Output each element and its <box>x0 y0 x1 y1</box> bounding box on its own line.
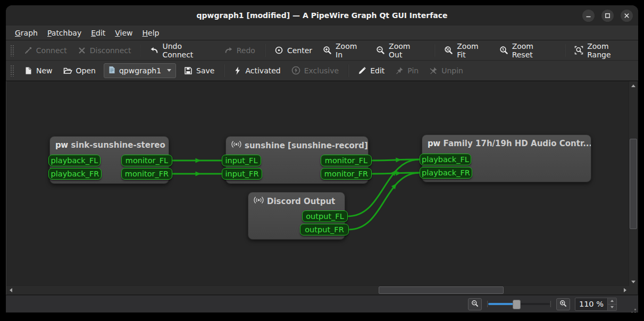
open-button[interactable]: Open <box>58 64 101 78</box>
vertical-scrollbar[interactable] <box>629 81 638 286</box>
toolbar-drag-handle[interactable] <box>10 45 14 56</box>
new-file-icon <box>24 66 32 75</box>
horizontal-scrollbar[interactable] <box>6 285 629 294</box>
resize-grip[interactable] <box>634 309 636 310</box>
connect-button[interactable]: Connect <box>19 44 72 57</box>
app-window: qpwgraph1 [modified] — A PipeWire Graph … <box>6 5 638 312</box>
scroll-right-button[interactable] <box>621 286 629 294</box>
vertical-scrollbar-thumb[interactable] <box>630 139 637 229</box>
port-discord-output_FL[interactable]: output_FL <box>302 210 348 222</box>
node-title-text: sunshine [sunshine-record] <box>245 141 368 150</box>
port-sink-playback_FR[interactable]: playback_FR <box>48 168 102 180</box>
zoom-range-button[interactable]: Zoom Range <box>570 39 638 62</box>
exclusive-button[interactable]: Exclusive <box>287 63 344 78</box>
pin-icon <box>395 66 404 75</box>
zoom-spinbox[interactable]: 110 % <box>575 298 617 311</box>
zoom-in-icon <box>323 46 332 55</box>
lightning-icon <box>233 66 241 75</box>
port-sunshine-monitor_FL[interactable]: monitor_FL <box>321 155 372 166</box>
edit-button[interactable]: Edit <box>353 64 389 78</box>
pin-button[interactable]: Pin <box>390 64 423 78</box>
zoom-slider-handle[interactable] <box>513 300 521 309</box>
statusbar-zoom-out-button[interactable] <box>468 298 482 310</box>
close-button[interactable] <box>621 10 633 22</box>
graph-canvas[interactable]: pwsink-sunshine-stereoplayback_FLplaybac… <box>6 81 638 295</box>
statusbar: 110 % <box>6 295 638 312</box>
toolbar-separator <box>264 44 265 57</box>
disconnect-icon <box>78 46 86 55</box>
statusbar-zoom-in-button[interactable] <box>556 298 570 310</box>
port-family-playback_FL[interactable]: playback_FL <box>420 154 471 165</box>
node-title: sunshine [sunshine-record] <box>226 137 368 150</box>
arrow-up-icon <box>631 85 635 87</box>
zoom-slider[interactable] <box>487 299 551 309</box>
titlebar[interactable]: qpwgraph1 [modified] — A PipeWire Graph … <box>6 5 638 26</box>
zoom-reset-icon <box>499 46 508 55</box>
pw-icon: pw <box>428 139 440 148</box>
patchbay-select[interactable]: qpwgraph1 <box>104 63 176 78</box>
spin-up-button[interactable] <box>608 298 616 304</box>
new-button[interactable]: New <box>19 64 57 78</box>
scroll-up-button[interactable] <box>629 81 638 90</box>
close-icon <box>624 13 630 19</box>
undo-icon <box>150 46 158 55</box>
zoom-out-button[interactable]: Zoom Out <box>371 39 430 62</box>
port-sink-playback_FL[interactable]: playback_FL <box>48 155 101 166</box>
activated-button[interactable]: Activated <box>229 64 285 78</box>
port-family-playback_FR[interactable]: playback_FR <box>420 167 472 179</box>
window-controls <box>582 5 633 26</box>
scroll-left-button[interactable] <box>6 286 15 294</box>
node-title-text: sink-sunshine-stereo <box>71 140 165 150</box>
disconnect-button[interactable]: Disconnect <box>73 44 136 57</box>
zoom-out-icon <box>471 299 479 309</box>
redo-button[interactable]: Redo <box>220 44 260 57</box>
menu-help[interactable]: Help <box>138 27 164 39</box>
port-sink-monitor_FL[interactable]: monitor_FL <box>121 155 172 166</box>
center-icon <box>274 46 283 55</box>
menu-graph[interactable]: Graph <box>10 27 43 39</box>
redo-icon <box>224 46 233 55</box>
minimize-icon <box>586 13 591 19</box>
minimize-button[interactable] <box>582 10 595 22</box>
broadcast-icon <box>254 196 264 206</box>
toolbar-main: Connect Disconnect Undo Connect Redo Cen… <box>6 40 638 61</box>
slider-tick <box>550 301 551 307</box>
save-button[interactable]: Save <box>179 64 219 78</box>
arrow-down-icon <box>631 281 635 283</box>
unpin-button[interactable]: Unpin <box>424 64 468 78</box>
connect-icon <box>24 46 32 55</box>
maximize-button[interactable] <box>601 10 614 22</box>
unpin-icon <box>429 66 438 75</box>
port-sunshine-monitor_FR[interactable]: monitor_FR <box>321 168 372 180</box>
center-button[interactable]: Center <box>270 43 317 57</box>
horizontal-scrollbar-thumb[interactable] <box>379 286 504 294</box>
node-layer: pwsink-sunshine-stereoplayback_FLplaybac… <box>6 81 629 286</box>
zoom-out-icon <box>376 46 385 55</box>
zoom-in-button[interactable]: Zoom In <box>318 39 370 62</box>
arrow-down-icon <box>610 306 614 308</box>
menu-edit[interactable]: Edit <box>86 27 110 39</box>
patchbay-select-value: qpwgraph1 <box>119 66 161 75</box>
open-folder-icon <box>63 66 72 75</box>
zoom-reset-button[interactable]: Zoom Reset <box>495 39 561 62</box>
port-sunshine-input_FL[interactable]: input_FL <box>222 155 261 166</box>
scroll-down-button[interactable] <box>629 277 638 286</box>
node-title-text: Family 17h/19h HD Audio Contr... <box>444 139 591 148</box>
port-sink-monitor_FR[interactable]: monitor_FR <box>121 168 172 180</box>
undo-connect-button[interactable]: Undo Connect <box>145 39 218 62</box>
spin-down-button[interactable] <box>608 304 616 310</box>
zoom-fit-button[interactable]: Zoom Fit <box>439 39 493 62</box>
menu-patchbay[interactable]: Patchbay <box>43 27 86 39</box>
port-sunshine-input_FR[interactable]: input_FR <box>222 168 262 180</box>
toolbar-drag-handle[interactable] <box>10 65 14 77</box>
menu-view[interactable]: View <box>110 27 137 39</box>
toolbar-separator <box>434 44 435 57</box>
scrollbar-corner <box>629 286 638 294</box>
zoom-in-icon <box>559 299 567 309</box>
toolbar-separator <box>564 44 565 57</box>
port-discord-output_FR[interactable]: output_FR <box>300 224 349 235</box>
node-title: Discord Output <box>248 192 345 206</box>
toolbar-separator <box>140 44 141 57</box>
zoom-range-icon <box>574 46 583 55</box>
pencil-icon <box>358 66 366 75</box>
